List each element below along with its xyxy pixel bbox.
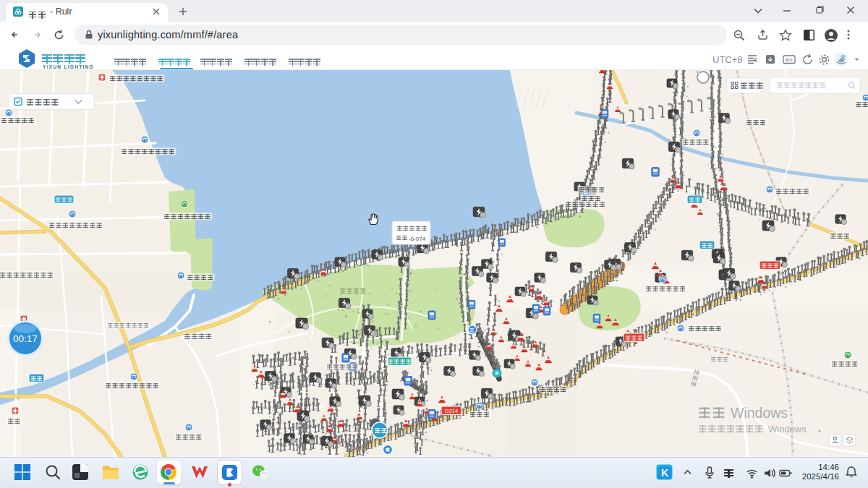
svg-text:-6-074: -6-074 xyxy=(409,236,426,242)
svg-text:00:17: 00:17 xyxy=(13,333,38,344)
svg-text:Windows: Windows xyxy=(731,405,788,421)
svg-text:km: km xyxy=(786,57,793,62)
svg-text:G214: G214 xyxy=(445,408,458,414)
svg-text:K: K xyxy=(661,467,668,479)
svg-text:Windows: Windows xyxy=(768,424,807,435)
